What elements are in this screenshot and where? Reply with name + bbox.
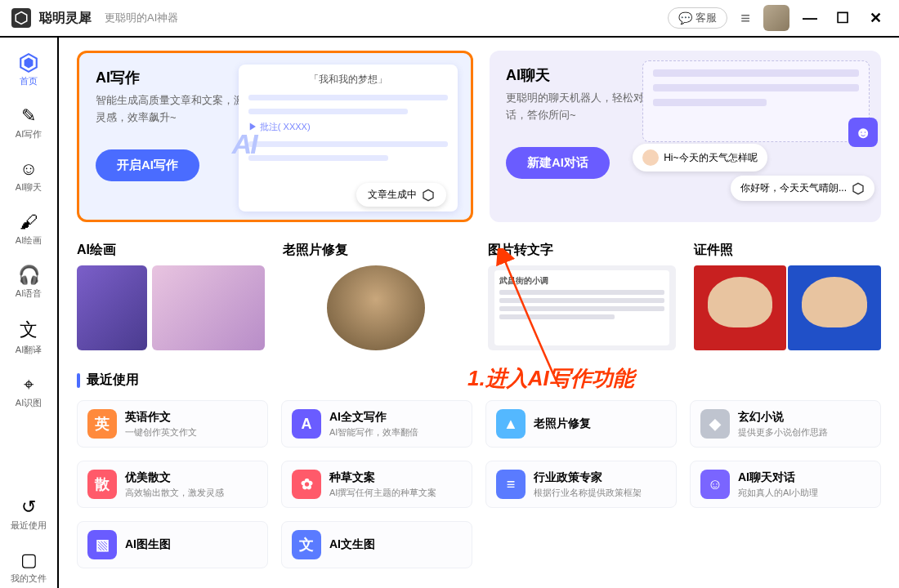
sidebar-item-recent[interactable]: ↺最近使用 bbox=[0, 493, 57, 535]
recent-item[interactable]: ◆玄幻小说提供更多小说创作思路 bbox=[690, 400, 881, 448]
recent-item-title: AI全文写作 bbox=[329, 410, 418, 425]
sidebar-item-label: 最近使用 bbox=[11, 519, 47, 532]
ocr-preview-header: 武昌街的小调 bbox=[499, 275, 664, 287]
sidebar-item-vision[interactable]: ⌖AI识图 bbox=[0, 371, 57, 412]
recent-item-title: AI文生图 bbox=[329, 537, 375, 552]
sidebar-item-label: 我的文件 bbox=[11, 572, 47, 585]
hex-icon bbox=[852, 182, 865, 195]
recent-item-title: 优美散文 bbox=[125, 470, 224, 485]
recent-item-icon: ◆ bbox=[700, 409, 730, 439]
minimize-button[interactable]: — bbox=[798, 6, 822, 30]
sidebar-item-translate[interactable]: 文AI翻译 bbox=[0, 314, 57, 359]
feature-title: 图片转文字 bbox=[488, 242, 676, 259]
hero-card-chat[interactable]: AI聊天 更聪明的聊天机器人，轻松对话，答你所问~ 新建AI对话 ☻ Hi~今天… bbox=[490, 51, 881, 222]
bubble-text: Hi~今天的天气怎样呢 bbox=[664, 151, 757, 165]
recent-item-icon: 散 bbox=[87, 470, 117, 499]
feature-thumb: 武昌街的小调 bbox=[488, 265, 676, 350]
feature-title: 证件照 bbox=[694, 242, 882, 259]
feature-thumb bbox=[694, 265, 882, 350]
sidebar-item-files[interactable]: ▢我的文件 bbox=[0, 546, 57, 588]
recent-title: 最近使用 bbox=[87, 372, 139, 389]
recent-item[interactable]: 文AI文生图 bbox=[281, 521, 472, 568]
close-button[interactable]: ✕ bbox=[863, 6, 888, 30]
recent-item-subtitle: 根据行业名称提供政策框架 bbox=[534, 487, 642, 499]
sidebar-item-home[interactable]: 首页 bbox=[0, 49, 57, 91]
recent-item[interactable]: ≡行业政策专家根据行业名称提供政策框架 bbox=[485, 461, 677, 508]
feature-card-ocr[interactable]: 图片转文字 武昌街的小调 bbox=[488, 242, 676, 350]
chat-preview: ☻ Hi~今天的天气怎样呢 你好呀，今天天气晴朗... bbox=[642, 60, 870, 207]
pen-icon: ✎ bbox=[21, 105, 36, 127]
feature-thumb bbox=[283, 265, 471, 350]
headphone-icon: 🎧 bbox=[18, 265, 40, 286]
scan-icon: ⌖ bbox=[24, 374, 34, 395]
recent-item[interactable]: ▧AI图生图 bbox=[77, 521, 268, 568]
hero-chat-subtitle: 更聪明的聊天机器人，轻松对话，答你所问~ bbox=[506, 90, 650, 124]
svg-marker-0 bbox=[16, 12, 27, 24]
recent-item-subtitle: 高效输出散文，激发灵感 bbox=[125, 487, 224, 499]
chat-bubble-user: Hi~今天的天气怎样呢 bbox=[633, 144, 767, 172]
maximize-button[interactable]: ☐ bbox=[830, 6, 855, 30]
feature-title: 老照片修复 bbox=[283, 242, 471, 259]
recent-item-icon: ▧ bbox=[87, 530, 117, 559]
recent-item-icon: 英 bbox=[87, 409, 117, 439]
support-label: 客服 bbox=[695, 11, 717, 25]
sidebar-item-paint[interactable]: 🖌AI绘画 bbox=[0, 208, 57, 250]
support-button[interactable]: 💬 客服 bbox=[668, 7, 727, 29]
recent-item[interactable]: AAI全文写作AI智能写作，效率翻倍 bbox=[281, 400, 472, 448]
recent-header: 最近使用 bbox=[77, 372, 881, 389]
recent-item-title: 老照片修复 bbox=[534, 416, 591, 431]
feature-thumb bbox=[77, 265, 265, 350]
sidebar-item-chat[interactable]: ☺AI聊天 bbox=[0, 155, 57, 197]
robot-icon: ☻ bbox=[848, 118, 878, 147]
app-title: 聪明灵犀 bbox=[39, 10, 92, 27]
feature-card-paint[interactable]: AI绘画 bbox=[77, 242, 265, 350]
clock-icon: ↺ bbox=[21, 497, 36, 518]
translate-icon: 文 bbox=[20, 318, 38, 342]
recent-item[interactable]: 散优美散文高效输出散文，激发灵感 bbox=[77, 461, 268, 508]
recent-item-icon: ▲ bbox=[496, 409, 526, 439]
svg-marker-4 bbox=[853, 183, 863, 194]
recent-item-title: 行业政策专家 bbox=[534, 470, 642, 485]
recent-item[interactable]: ▲老照片修复 bbox=[485, 400, 677, 448]
hero-card-writing[interactable]: AI写作 智能生成高质量文章和文案，激发灵感，效率飙升~ 开启AI写作 AI 「… bbox=[77, 51, 473, 222]
recent-item-subtitle: AI撰写任何主题的种草文案 bbox=[329, 487, 436, 499]
preview-doc-title: 「我和我的梦想」 bbox=[248, 73, 448, 87]
brush-icon: 🖌 bbox=[20, 212, 38, 233]
recent-item[interactable]: ☺AI聊天对话宛如真人的AI小助理 bbox=[690, 461, 881, 508]
sidebar: 首页 ✎AI写作 ☺AI聊天 🖌AI绘画 🎧AI语音 文AI翻译 ⌖AI识图 ↺… bbox=[0, 38, 59, 588]
chat-bubble-icon: 💬 bbox=[678, 11, 692, 24]
preview-annotation: ▶ 批注( XXXX) bbox=[248, 121, 448, 133]
feature-card-oldphoto[interactable]: 老照片修复 bbox=[283, 242, 471, 350]
menu-icon[interactable]: ≡ bbox=[740, 9, 750, 28]
recent-item-subtitle: 宛如真人的AI小助理 bbox=[738, 487, 818, 499]
new-chat-button[interactable]: 新建AI对话 bbox=[506, 147, 610, 179]
feature-card-idphoto[interactable]: 证件照 bbox=[694, 242, 882, 350]
sidebar-item-label: AI聊天 bbox=[16, 181, 42, 194]
recent-item-subtitle: 提供更多小说创作思路 bbox=[738, 426, 828, 439]
recent-item-icon: 文 bbox=[292, 530, 321, 559]
avatar[interactable] bbox=[763, 5, 789, 31]
sidebar-item-label: AI绘画 bbox=[16, 234, 42, 247]
bubble-text: 你好呀，今天天气晴朗... bbox=[740, 181, 847, 195]
writing-preview: AI 「我和我的梦想」 ▶ 批注( XXXX) 文章生成中 bbox=[239, 65, 458, 212]
chat-bubble-bot: 你好呀，今天天气晴朗... bbox=[731, 176, 874, 201]
sidebar-item-voice[interactable]: 🎧AI语音 bbox=[0, 261, 57, 303]
recent-item-title: AI聊天对话 bbox=[738, 470, 818, 485]
recent-item-icon: A bbox=[292, 409, 321, 439]
svg-marker-2 bbox=[25, 58, 34, 69]
generating-label: 文章生成中 bbox=[368, 188, 417, 202]
recent-item-icon: ≡ bbox=[496, 470, 526, 499]
file-icon: ▢ bbox=[20, 550, 38, 571]
svg-marker-3 bbox=[423, 189, 433, 200]
recent-item[interactable]: 英英语作文一键创作英文作文 bbox=[77, 400, 268, 448]
home-hex-icon bbox=[18, 52, 39, 74]
sidebar-item-write[interactable]: ✎AI写作 bbox=[0, 102, 57, 144]
sidebar-item-label: AI写作 bbox=[16, 128, 42, 140]
hex-icon bbox=[422, 189, 435, 202]
smile-icon: ☺ bbox=[20, 158, 38, 180]
sidebar-item-label: AI翻译 bbox=[16, 344, 42, 356]
recent-item-subtitle: AI智能写作，效率翻倍 bbox=[329, 426, 418, 439]
start-writing-button[interactable]: 开启AI写作 bbox=[96, 149, 199, 181]
recent-item[interactable]: ✿种草文案AI撰写任何主题的种草文案 bbox=[281, 461, 472, 508]
recent-grid: 英英语作文一键创作英文作文AAI全文写作AI智能写作，效率翻倍▲老照片修复◆玄幻… bbox=[77, 400, 881, 568]
